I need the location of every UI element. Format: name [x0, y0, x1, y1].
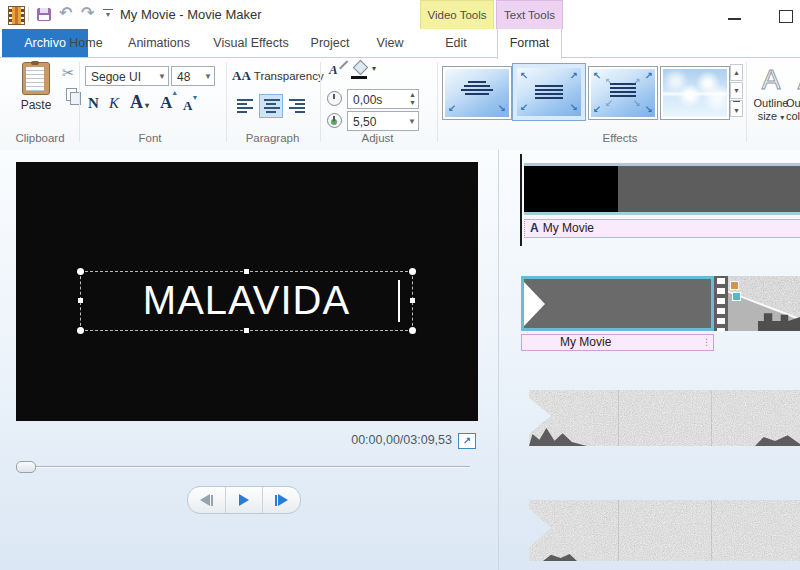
corner-arrow-icon: ↗: [633, 77, 641, 87]
paragraph-group-label: Paragraph: [225, 132, 320, 144]
tab-view[interactable]: View: [366, 29, 414, 57]
timecode: 00:00,00/03:09,53: [250, 433, 452, 447]
corner-arrow-icon: ↗: [570, 71, 578, 81]
drag-dots-icon: ⋮: [702, 335, 711, 350]
pane-divider[interactable]: [498, 150, 499, 570]
chevron-down-icon: ▼: [204, 67, 212, 87]
corner-arrow-icon: ↖: [520, 71, 528, 81]
tab-home[interactable]: Home: [58, 29, 114, 57]
effect-emphasis-one[interactable]: ↙ ↘: [442, 66, 512, 120]
tab-visual-effects[interactable]: Visual Effects: [208, 29, 294, 57]
pencil-icon: [339, 60, 348, 69]
shrink-font-button[interactable]: A▼: [183, 98, 192, 114]
curl-arrow-icon: ↘: [498, 104, 506, 114]
outline-color-button[interactable]: A Outline color: [786, 64, 800, 140]
effect-emphasis-two[interactable]: ↖ ↗ ↙ ↘ ↖ ↗ ↙ ↘: [588, 66, 658, 120]
font-family-select[interactable]: Segoe UI▼: [85, 66, 169, 86]
text-selection-box[interactable]: MALAVIDA: [80, 271, 413, 331]
app-filmstrip-icon: [8, 6, 25, 25]
grow-font-button[interactable]: A▲: [160, 93, 172, 113]
selected-title-caption[interactable]: My Movie ⋮: [521, 334, 714, 351]
corner-arrow-icon: ↖: [605, 77, 613, 87]
bold-button[interactable]: N: [88, 95, 99, 112]
chevron-down-icon: ▼: [158, 67, 166, 87]
duration-select[interactable]: 5,50▼: [347, 111, 419, 131]
down-arrow-icon: ▼: [191, 94, 198, 102]
copy-icon[interactable]: [66, 88, 77, 101]
selection-handle[interactable]: [77, 327, 84, 334]
align-center-button[interactable]: [259, 94, 283, 118]
title-track-caption[interactable]: AMy Movie: [524, 219, 800, 238]
corner-arrow-icon: ↙: [520, 103, 528, 113]
up-arrow-icon: ▲: [171, 89, 178, 97]
group-separator: [746, 62, 747, 142]
title-bar: ↶ ↷ ▾ My Movie - Movie Maker Video Tools…: [0, 0, 800, 29]
effects-more-button[interactable]: ▼: [730, 100, 743, 117]
duration-stopwatch-icon: [327, 113, 342, 128]
qat-dropdown-icon[interactable]: ▾: [103, 9, 113, 19]
effects-scroll-up-button[interactable]: ▲: [730, 64, 743, 81]
corner-arrow-icon: ↗: [645, 71, 653, 81]
edit-text-button[interactable]: A: [329, 62, 338, 78]
chevron-down-icon: ▼: [408, 112, 416, 132]
italic-button[interactable]: K: [109, 95, 119, 112]
play-button[interactable]: [225, 487, 263, 513]
font-size-select[interactable]: 48▼: [171, 66, 215, 86]
selection-handle[interactable]: [244, 328, 249, 333]
effect-cinematic[interactable]: [660, 66, 730, 120]
tab-project[interactable]: Project: [302, 29, 358, 57]
font-group-label: Font: [80, 132, 220, 144]
selection-handle[interactable]: [244, 269, 249, 274]
outline-a-icon: A: [756, 64, 786, 94]
timeline-static-strip[interactable]: [519, 500, 800, 561]
effect-emphasis-selected[interactable]: ↖ ↗ ↙ ↘: [512, 63, 586, 121]
svg-text:A: A: [762, 64, 781, 94]
title-text[interactable]: MALAVIDA: [81, 278, 412, 323]
align-left-button[interactable]: [233, 94, 257, 118]
start-time-spinner[interactable]: 0,00s ▲▼: [347, 89, 419, 109]
outline-a-icon: A: [792, 64, 800, 94]
effects-scroll-down-button[interactable]: ▼: [730, 82, 743, 99]
undo-icon[interactable]: ↶: [59, 5, 72, 21]
video-clip-thumbnail[interactable]: [728, 276, 800, 331]
clipboard-icon: [22, 62, 50, 95]
next-frame-button[interactable]: [262, 487, 300, 513]
timeline-title-strip[interactable]: [524, 163, 800, 215]
font-color-button[interactable]: A ▾: [130, 92, 149, 113]
paste-button[interactable]: Paste: [10, 62, 62, 122]
spinner-arrows-icon[interactable]: ▲▼: [409, 91, 416, 107]
timeline-playhead[interactable]: [520, 154, 522, 246]
timeline-static-strip[interactable]: [519, 390, 800, 446]
chevron-down-icon: ▾: [143, 101, 149, 110]
selection-handle[interactable]: [409, 327, 416, 334]
save-icon[interactable]: [37, 8, 51, 21]
minimize-button[interactable]: [728, 18, 741, 20]
selected-title-clip[interactable]: [521, 276, 714, 331]
transparency-aa-icon: AA: [232, 68, 251, 83]
paste-label: Paste: [10, 98, 62, 112]
cut-icon[interactable]: ✂: [62, 64, 75, 82]
seek-track[interactable]: [18, 466, 470, 468]
seek-thumb[interactable]: [16, 461, 36, 473]
tab-format[interactable]: Format: [497, 29, 562, 59]
selection-handle[interactable]: [409, 268, 416, 275]
tab-edit[interactable]: Edit: [421, 29, 491, 57]
redo-icon[interactable]: ↷: [81, 5, 94, 21]
previous-frame-button[interactable]: [188, 487, 225, 513]
align-right-button[interactable]: [285, 94, 309, 118]
background-color-icon[interactable]: [353, 60, 369, 76]
chevron-down-icon[interactable]: ▾: [372, 64, 376, 73]
group-separator: [226, 62, 227, 142]
selection-handle[interactable]: [77, 268, 84, 275]
tab-animations[interactable]: Animations: [124, 29, 194, 57]
filmstrip-sprockets: [714, 276, 728, 331]
transparency-button[interactable]: AA Transparency: [232, 68, 324, 84]
corner-arrow-icon: ↘: [633, 99, 641, 109]
transition-icon: [730, 281, 739, 290]
start-time-clock-icon: [327, 91, 342, 106]
text-cursor: [398, 280, 400, 322]
background-color-bar: [351, 76, 367, 79]
maximize-button[interactable]: [779, 10, 793, 23]
preview-monitor[interactable]: MALAVIDA: [16, 162, 478, 421]
fullscreen-icon[interactable]: ↗: [458, 433, 476, 449]
